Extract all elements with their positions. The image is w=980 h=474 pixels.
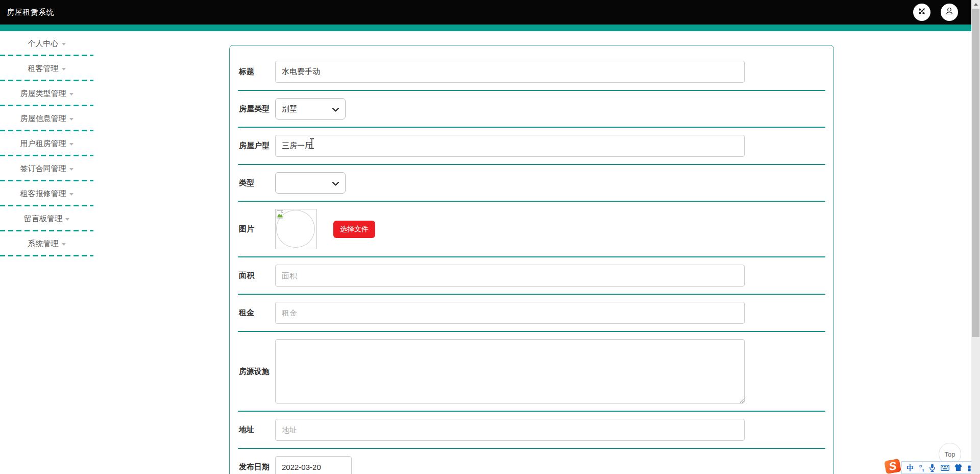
form-row-address: 地址 bbox=[238, 412, 825, 449]
form-row-facilities: 房源设施 bbox=[238, 332, 825, 412]
sidebar-item-label: 系统管理 bbox=[28, 239, 59, 249]
sidebar-item-label: 签订合同管理 bbox=[20, 164, 66, 174]
image-preview bbox=[275, 209, 317, 249]
app-title: 房屋租赁系统 bbox=[0, 8, 54, 17]
ime-toolbar: 中 °, bbox=[901, 461, 980, 474]
ibeam-cursor bbox=[309, 138, 315, 151]
vertical-scrollbar[interactable] bbox=[971, 0, 980, 474]
chevron-down-icon bbox=[62, 68, 66, 70]
chevron-down-icon bbox=[69, 118, 74, 121]
header-actions bbox=[913, 4, 971, 21]
sidebar-item-user-rental-mgmt[interactable]: 用户租房管理 bbox=[0, 131, 93, 156]
chevron-down-icon bbox=[62, 243, 66, 246]
header-accent-bar bbox=[0, 25, 971, 31]
chevron-down-icon bbox=[69, 143, 74, 146]
category-select[interactable] bbox=[275, 172, 346, 194]
form-row-house-layout: 房屋户型 bbox=[238, 128, 825, 165]
rent-input[interactable] bbox=[275, 302, 745, 324]
title-input[interactable] bbox=[275, 61, 745, 83]
chevron-down-icon bbox=[332, 105, 339, 113]
field-label: 标题 bbox=[238, 67, 275, 77]
publish-date-input[interactable] bbox=[275, 456, 352, 474]
microphone-icon[interactable] bbox=[929, 464, 935, 472]
field-label: 房屋户型 bbox=[238, 141, 275, 151]
field-label: 房屋类型 bbox=[238, 104, 275, 114]
keyboard-icon[interactable] bbox=[941, 465, 949, 471]
field-label: 房源设施 bbox=[238, 367, 275, 376]
punctuation-icon[interactable]: °, bbox=[919, 464, 924, 471]
sidebar-item-label: 留言板管理 bbox=[24, 214, 62, 224]
selected-option: 别墅 bbox=[282, 104, 297, 114]
sidebar-item-label: 房屋类型管理 bbox=[20, 89, 66, 99]
broken-image-icon bbox=[277, 210, 285, 221]
form-row-publish-date: 发布日期 bbox=[238, 449, 825, 474]
sidebar-item-label: 租客报修管理 bbox=[20, 189, 66, 199]
sidebar-item-repair-mgmt[interactable]: 租客报修管理 bbox=[0, 181, 93, 206]
house-edit-form: 标题 房屋类型 别墅 房屋户型 类型 图片 bbox=[229, 45, 834, 474]
sidebar-item-house-type-mgmt[interactable]: 房屋类型管理 bbox=[0, 81, 93, 106]
app-header: 房屋租赁系统 bbox=[0, 0, 971, 25]
user-button[interactable] bbox=[941, 4, 958, 21]
sidebar-item-label: 个人中心 bbox=[28, 39, 59, 49]
form-row-category: 类型 bbox=[238, 165, 825, 202]
sidebar-nav: 个人中心 租客管理 房屋类型管理 房屋信息管理 用户租房管理 签订合同管理 租客… bbox=[0, 31, 93, 256]
chevron-down-icon bbox=[69, 93, 74, 96]
choose-file-button[interactable]: 选择文件 bbox=[333, 221, 375, 238]
address-input[interactable] bbox=[275, 419, 745, 441]
field-label: 租金 bbox=[238, 308, 275, 318]
sogou-logo-icon[interactable]: S bbox=[883, 457, 903, 474]
chinese-mode-icon[interactable]: 中 bbox=[906, 464, 914, 471]
sidebar-item-label: 房屋信息管理 bbox=[20, 114, 66, 124]
form-row-title: 标题 bbox=[238, 54, 825, 91]
chevron-down-icon bbox=[62, 43, 66, 45]
chevron-down-icon bbox=[332, 179, 339, 187]
field-label: 类型 bbox=[238, 178, 275, 188]
sidebar-item-system-mgmt[interactable]: 系统管理 bbox=[0, 231, 93, 256]
field-label: 面积 bbox=[238, 271, 275, 280]
sidebar-item-message-board-mgmt[interactable]: 留言板管理 bbox=[0, 206, 93, 231]
sidebar-item-label: 用户租房管理 bbox=[20, 139, 66, 149]
sidebar-item-house-info-mgmt[interactable]: 房屋信息管理 bbox=[0, 106, 93, 131]
sidebar-item-contract-mgmt[interactable]: 签订合同管理 bbox=[0, 156, 93, 181]
form-row-rent: 租金 bbox=[238, 295, 825, 332]
sidebar-item-label: 租客管理 bbox=[28, 64, 59, 74]
chevron-down-icon bbox=[69, 168, 74, 171]
user-icon bbox=[944, 6, 955, 19]
area-input[interactable] bbox=[275, 265, 745, 287]
house-type-select[interactable]: 别墅 bbox=[275, 98, 346, 120]
sidebar-item-tenant-mgmt[interactable]: 租客管理 bbox=[0, 56, 93, 81]
scrollbar-thumb[interactable] bbox=[972, 9, 979, 337]
fullscreen-button[interactable] bbox=[913, 4, 930, 21]
text-caret bbox=[307, 138, 307, 149]
sidebar-item-personal-center[interactable]: 个人中心 bbox=[0, 31, 93, 56]
facilities-textarea[interactable] bbox=[275, 339, 745, 404]
fullscreen-icon bbox=[916, 6, 927, 19]
chevron-down-icon bbox=[69, 193, 74, 196]
scrollbar-up-arrow[interactable] bbox=[971, 0, 980, 9]
form-row-image: 图片 选择文件 bbox=[238, 202, 825, 257]
field-label: 图片 bbox=[238, 224, 275, 234]
skin-shirt-icon[interactable] bbox=[954, 464, 962, 471]
form-row-house-type: 房屋类型 别墅 bbox=[238, 91, 825, 128]
field-label: 发布日期 bbox=[238, 462, 275, 472]
chevron-down-icon bbox=[65, 218, 69, 221]
field-label: 地址 bbox=[238, 425, 275, 435]
house-layout-input[interactable] bbox=[275, 135, 745, 157]
form-row-area: 面积 bbox=[238, 257, 825, 295]
